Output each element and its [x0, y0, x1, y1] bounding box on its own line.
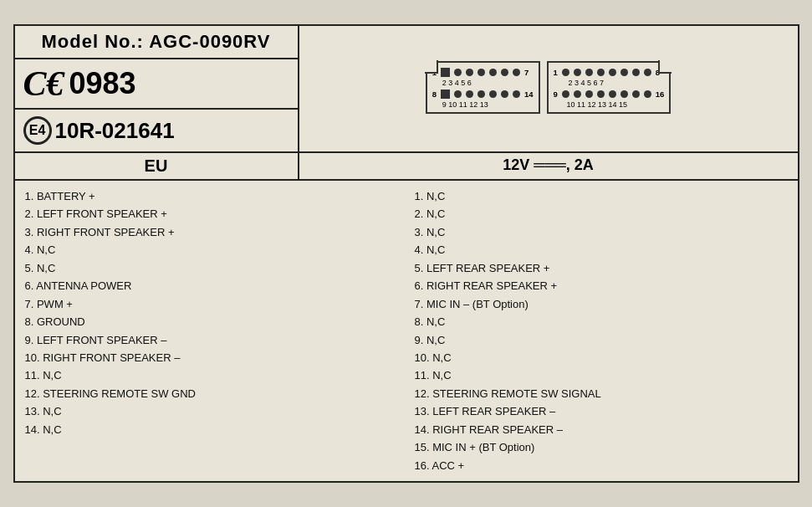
pin-5	[489, 69, 497, 76]
right-pin-item: 12. STEERING REMOTE SW SIGNAL	[415, 385, 788, 402]
pin-13	[501, 90, 508, 98]
pin-12	[489, 90, 497, 98]
right-pin-item: 5. LEFT REAR SPEAKER +	[415, 259, 788, 277]
e4-label: E4	[29, 123, 46, 138]
eu-label: EU	[15, 153, 299, 179]
right-connector: 1 8 2 3 4 5 6 7	[547, 61, 672, 114]
right-pin-item: 10. N,C	[415, 349, 788, 366]
r-pin-1-num: 1	[554, 68, 558, 77]
r-pin-5	[609, 69, 616, 76]
r-pin-2	[574, 69, 581, 76]
left-pin-item: 14. N,C	[25, 421, 398, 438]
r-pin-16-num: 16	[656, 90, 665, 99]
top-section: Model No.: AGC-0090RV C€ 0983 E4 10R-021…	[15, 26, 798, 153]
right-pin-item: 14. RIGHT REAR SPEAKER –	[415, 421, 788, 438]
pin-14	[513, 90, 520, 98]
r-pin-6	[620, 69, 628, 76]
right-pin-item: 15. MIC IN + (BT Option)	[415, 438, 788, 456]
left-pin-item: 6. ANTENNA POWER	[25, 277, 398, 294]
right-pin-item: 16. ACC +	[415, 457, 788, 474]
pin-8-num: 8	[432, 90, 437, 99]
connector-diagram: 1 7 2 3 4 5 6 8	[426, 61, 672, 114]
pin-2	[454, 69, 462, 76]
left-pin-item: 11. N,C	[25, 366, 398, 384]
r-pin-8	[644, 69, 651, 76]
right-pin-item: 2. N,C	[415, 205, 788, 223]
right-pin-item: 7. MIC IN – (BT Option)	[415, 295, 788, 313]
pin-7	[513, 69, 520, 76]
e4-row: E4 10R-021641	[15, 110, 298, 151]
r-pin-12	[597, 90, 605, 98]
connector2-top-row: 1 8	[554, 68, 665, 77]
nums-r-top: 2 3 4 5 6 7	[569, 79, 605, 87]
right-pin-item: 4. N,C	[415, 241, 788, 259]
right-pin-item: 3. N,C	[415, 223, 788, 241]
left-pin-item: 10. RIGHT FRONT SPEAKER –	[25, 349, 398, 366]
ce-mark: C€	[23, 66, 64, 101]
connector2-bottom-row: 9 16	[554, 90, 665, 99]
r-pin-16	[644, 90, 651, 98]
left-pin-item: 2. LEFT FRONT SPEAKER +	[25, 205, 398, 223]
r-pin-11	[585, 90, 593, 98]
nums-r-bottom: 10 11 12 13 14 15	[567, 100, 628, 109]
right-pin-item: 9. N,C	[415, 331, 788, 349]
left-pin-item: 7. PWM +	[25, 295, 398, 313]
eu-voltage-row: EU 12V ═══, 2A	[15, 153, 798, 181]
connector-top-row: 1 7	[432, 68, 534, 77]
pin-4	[477, 69, 485, 76]
right-pin-item: 6. RIGHT REAR SPEAKER +	[415, 277, 788, 294]
label-card: Model No.: AGC-0090RV C€ 0983 E4 10R-021…	[13, 24, 799, 483]
e4-number: 10R-021641	[55, 118, 175, 144]
right-column: 1 7 2 3 4 5 6 8	[299, 26, 798, 151]
ce-row: C€ 0983	[15, 59, 298, 110]
model-number: Model No.: AGC-0090RV	[15, 26, 298, 59]
r-pin-8-num: 8	[656, 68, 660, 77]
r-pin-4	[597, 69, 605, 76]
right-pin-item: 11. N,C	[415, 366, 788, 384]
right-pin-item: 8. N,C	[415, 313, 788, 330]
left-pin-item: 4. N,C	[25, 241, 398, 259]
r-pin-3	[585, 69, 593, 76]
left-pin-item: 8. GROUND	[25, 313, 398, 330]
nums-bottom-left: 9 10 11 12 13	[434, 100, 488, 109]
ce-number: 0983	[69, 66, 136, 101]
right-pin-item: 1. N,C	[415, 187, 788, 205]
pin-list-section: 1. BATTERY +2. LEFT FRONT SPEAKER +3. RI…	[15, 181, 798, 481]
pin-14-num: 14	[524, 90, 534, 99]
r-pin-1	[562, 69, 569, 76]
pin-11	[477, 90, 485, 98]
r-pin-14	[620, 90, 628, 98]
r-pin-10	[574, 90, 581, 98]
left-pin-item: 12. STEERING REMOTE SW GND	[25, 385, 398, 402]
r-pin-13	[609, 90, 616, 98]
r-pin-15	[632, 90, 640, 98]
left-pin-item: 13. N,C	[25, 402, 398, 420]
left-connector: 1 7 2 3 4 5 6 8	[426, 61, 540, 114]
voltage-label: 12V ═══, 2A	[299, 153, 798, 179]
right-pin-list: 1. N,C2. N,C3. N,C4. N,C5. LEFT REAR SPE…	[415, 187, 788, 474]
pin-9	[454, 90, 462, 98]
left-pin-list: 1. BATTERY +2. LEFT FRONT SPEAKER +3. RI…	[25, 187, 398, 474]
pin-1-num: 1	[432, 68, 437, 77]
nums-top-left: 2 3 4 5 6	[434, 79, 472, 87]
pin-7-num: 7	[524, 68, 529, 77]
pin-8	[441, 90, 450, 99]
r-pin-9-num: 9	[554, 90, 558, 99]
connector-bottom-row: 8 14	[432, 90, 534, 99]
r-pin-7	[632, 69, 640, 76]
left-pin-item: 5. N,C	[25, 259, 398, 277]
left-column: Model No.: AGC-0090RV C€ 0983 E4 10R-021…	[15, 26, 299, 151]
pin-10	[466, 90, 473, 98]
right-pin-item: 13. LEFT REAR SPEAKER –	[415, 402, 788, 420]
left-pin-item: 3. RIGHT FRONT SPEAKER +	[25, 223, 398, 241]
left-pin-item: 1. BATTERY +	[25, 187, 398, 205]
e4-circle: E4	[23, 116, 52, 145]
pin-1	[441, 68, 450, 77]
pin-3	[466, 69, 473, 76]
r-pin-9	[562, 90, 569, 98]
pin-6	[501, 69, 508, 76]
left-pin-item: 9. LEFT FRONT SPEAKER –	[25, 331, 398, 349]
